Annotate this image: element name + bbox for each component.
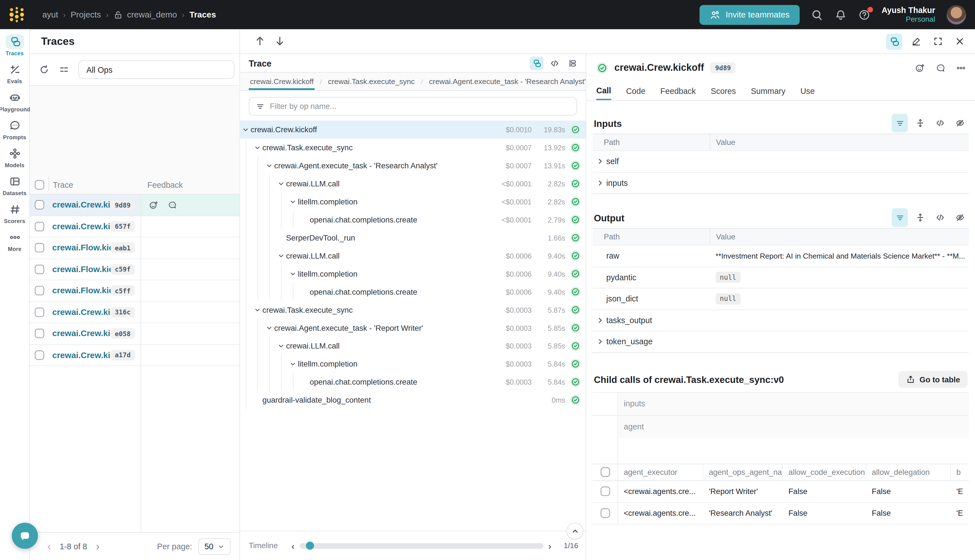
sidebar-item-prompts[interactable]: Prompts bbox=[0, 118, 29, 140]
table-row[interactable]: crewai.Flow.kickoffeab1 bbox=[30, 237, 240, 259]
chevron-down-icon[interactable] bbox=[254, 145, 262, 150]
table-row[interactable]: crewai.Crew.kickoff316c bbox=[30, 302, 240, 323]
timeline-next-icon[interactable]: › bbox=[543, 540, 556, 551]
tree-row[interactable]: crewai.LLM.call<$0.00012.82s bbox=[240, 175, 586, 193]
row-checkbox[interactable] bbox=[35, 200, 44, 210]
row-checkbox[interactable] bbox=[601, 487, 610, 496]
arrow-up-icon[interactable] bbox=[254, 34, 267, 48]
prev-page-icon[interactable]: ‹ bbox=[38, 541, 60, 552]
breadcrumb-entity[interactable]: ayut bbox=[42, 10, 58, 19]
table-row[interactable]: crewai.Crew.kickoffa17d bbox=[30, 345, 240, 366]
notifications-bell-icon[interactable] bbox=[834, 8, 846, 21]
row-checkbox[interactable] bbox=[35, 286, 44, 295]
path-tab[interactable]: crewai.Crew.kickoff bbox=[249, 73, 315, 90]
column-header[interactable]: agent_executor bbox=[618, 464, 703, 480]
breadcrumb-page[interactable]: Traces bbox=[189, 10, 216, 19]
tab-use[interactable]: Use bbox=[800, 82, 815, 100]
row-checkbox[interactable] bbox=[35, 307, 44, 317]
refresh-icon[interactable] bbox=[38, 64, 50, 75]
hide-values-icon[interactable] bbox=[953, 116, 968, 130]
chevron-down-icon[interactable] bbox=[254, 308, 262, 312]
tab-scores[interactable]: Scores bbox=[711, 82, 736, 100]
next-page-icon[interactable]: › bbox=[87, 541, 109, 552]
arrow-down-icon[interactable] bbox=[274, 34, 287, 48]
table-row[interactable]: crewai.Crew.kickoff657f bbox=[30, 216, 240, 237]
expand-rows-icon[interactable] bbox=[913, 210, 928, 225]
support-chat-button[interactable] bbox=[12, 523, 38, 549]
chevron-down-icon[interactable] bbox=[290, 272, 298, 276]
chevron-down-icon[interactable] bbox=[278, 253, 286, 258]
avatar[interactable] bbox=[947, 5, 967, 25]
row-checkbox[interactable] bbox=[35, 222, 44, 231]
tree-row[interactable]: openai.chat.completions.create$0.00035.8… bbox=[240, 373, 586, 391]
select-all-checkbox[interactable] bbox=[601, 467, 610, 477]
kv-row[interactable]: self bbox=[593, 150, 968, 172]
tree-row[interactable]: guardrail-validate_blog_content0ms bbox=[240, 391, 586, 409]
flame-graph-icon[interactable] bbox=[566, 56, 579, 70]
table-row[interactable]: <crewai.agents.cre... 'Research Analyst'… bbox=[593, 502, 968, 524]
ops-filter-select[interactable]: All Ops bbox=[78, 60, 234, 79]
tree-row[interactable]: crewai.Agent.execute_task - 'Report Writ… bbox=[240, 319, 586, 337]
tree-row[interactable]: litellm.completion$0.00035.84s bbox=[240, 355, 586, 373]
tree-row[interactable]: crewai.Agent.execute_task - 'Research An… bbox=[240, 157, 586, 175]
sidebar-item-evals[interactable]: Evals bbox=[0, 62, 29, 84]
kv-row[interactable]: inputs bbox=[593, 172, 968, 193]
sidebar-item-playground[interactable]: Playground bbox=[0, 90, 29, 113]
close-icon[interactable] bbox=[951, 33, 967, 49]
add-reaction-icon[interactable] bbox=[915, 63, 925, 73]
user-menu[interactable]: Ayush Thakur Personal bbox=[882, 5, 935, 24]
tab-feedback[interactable]: Feedback bbox=[660, 82, 696, 100]
chevron-down-icon[interactable] bbox=[290, 200, 298, 204]
breadcrumb-projects[interactable]: Projects bbox=[70, 10, 101, 19]
sidebar-item-scorers[interactable]: Scorers bbox=[0, 202, 29, 224]
invite-teammates-button[interactable]: Invite teammates bbox=[700, 5, 800, 25]
list-view-icon[interactable] bbox=[892, 208, 908, 227]
row-checkbox[interactable] bbox=[35, 265, 44, 274]
kv-row[interactable]: token_usage bbox=[593, 331, 968, 352]
tab-code[interactable]: Code bbox=[626, 82, 645, 100]
chevron-right-icon[interactable] bbox=[598, 338, 606, 345]
column-header[interactable]: b bbox=[951, 464, 969, 480]
column-header[interactable]: allow_delegation bbox=[866, 464, 951, 480]
go-to-table-button[interactable]: Go to table bbox=[898, 371, 967, 388]
tree-row[interactable]: crewai.Task.execute_sync$0.000713.92s bbox=[240, 139, 586, 157]
timeline-slider[interactable] bbox=[300, 543, 543, 548]
tree-row[interactable]: openai.chat.completions.create$0.00069.4… bbox=[240, 283, 586, 301]
tree-row[interactable]: litellm.completion<$0.00012.82s bbox=[240, 193, 586, 211]
column-header[interactable]: allow_code_execution bbox=[783, 464, 866, 480]
table-row[interactable]: crewai.Flow.kickoffc5ff bbox=[30, 280, 240, 302]
help-icon[interactable] bbox=[858, 8, 870, 21]
wandb-logo-icon[interactable] bbox=[7, 5, 26, 24]
code-view-icon[interactable] bbox=[548, 56, 561, 70]
kv-row[interactable]: raw **Investment Report: AI in Chemical … bbox=[593, 245, 968, 266]
trace-tree-view-icon[interactable] bbox=[886, 33, 902, 49]
tree-row[interactable]: SerperDevTool._run1.66s bbox=[240, 229, 586, 247]
comment-icon[interactable] bbox=[167, 200, 177, 210]
sidebar-item-models[interactable]: Models bbox=[0, 146, 29, 168]
tree-row[interactable]: litellm.completion$0.00069.40s bbox=[240, 265, 586, 283]
kv-row[interactable]: json_dict null bbox=[593, 288, 968, 309]
breadcrumb-project[interactable]: crewai_demo bbox=[114, 10, 177, 20]
timeline-slider-handle[interactable] bbox=[306, 542, 314, 550]
per-page-select[interactable]: 50 bbox=[198, 538, 231, 555]
edit-pencil-icon[interactable] bbox=[908, 33, 924, 49]
collapse-timeline-button[interactable] bbox=[566, 523, 583, 540]
sidebar-item-datasets[interactable]: Datasets bbox=[0, 174, 29, 196]
chevron-down-icon[interactable] bbox=[278, 182, 286, 186]
sidebar-item-more[interactable]: More bbox=[0, 230, 29, 252]
comment-icon[interactable] bbox=[935, 63, 946, 73]
tree-row[interactable]: crewai.LLM.call$0.00069.40s bbox=[240, 247, 586, 265]
chevron-right-icon[interactable] bbox=[598, 158, 606, 165]
row-checkbox[interactable] bbox=[35, 243, 44, 252]
sidebar-item-traces[interactable]: Traces bbox=[0, 34, 29, 57]
row-checkbox[interactable] bbox=[35, 329, 44, 338]
list-view-icon[interactable] bbox=[892, 113, 908, 132]
code-view-icon[interactable] bbox=[933, 116, 948, 130]
add-reaction-icon[interactable] bbox=[149, 200, 159, 210]
table-row[interactable]: crewai.Crew.kickoff9d89 bbox=[30, 195, 240, 216]
timeline-prev-icon[interactable]: ‹ bbox=[287, 540, 300, 551]
tab-summary[interactable]: Summary bbox=[751, 82, 785, 100]
tree-view-icon[interactable] bbox=[530, 56, 543, 70]
chevron-down-icon[interactable] bbox=[266, 163, 274, 168]
chevron-down-icon[interactable] bbox=[290, 362, 298, 366]
